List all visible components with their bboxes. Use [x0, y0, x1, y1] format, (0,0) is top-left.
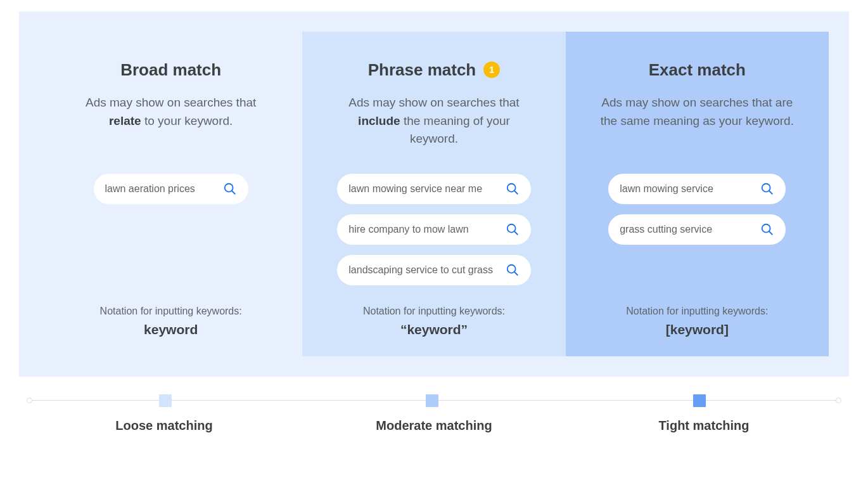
card-title-row: Exact match	[649, 57, 746, 82]
notation-label: Notation for inputting keywords:	[363, 306, 505, 317]
scale-endcap-left	[27, 398, 32, 403]
search-example: lawn mowing service	[608, 174, 786, 204]
desc-pre: Ads may show on searches that are the sa…	[601, 96, 794, 127]
svg-line-7	[514, 272, 518, 276]
scale-marker-loose	[159, 394, 172, 407]
search-example-text: lawn aeration prices	[105, 183, 195, 195]
search-icon	[506, 223, 520, 236]
notation-value: [keyword]	[666, 322, 729, 337]
examples-list: lawn aeration prices	[57, 174, 284, 294]
search-example: lawn mowing service near me	[337, 174, 530, 204]
search-example-text: landscaping service to cut grass	[348, 264, 493, 276]
card-exact-match: Exact match Ads may show on searches tha…	[566, 32, 829, 356]
scale-label-tight: Tight matching	[569, 418, 839, 433]
examples-list: lawn mowing service near me hire company…	[320, 174, 547, 294]
svg-line-5	[514, 231, 518, 235]
scale-bar: Loose matching Moderate matching Tight m…	[19, 377, 849, 433]
search-icon	[506, 182, 520, 196]
cards-container: Broad match Ads may show on searches tha…	[19, 11, 849, 377]
search-example: hire company to mow lawn	[337, 214, 530, 245]
search-example: lawn aeration prices	[94, 174, 248, 204]
desc-post: the meaning of your keyword.	[400, 114, 510, 146]
svg-point-0	[225, 184, 233, 192]
svg-point-4	[507, 224, 515, 233]
card-description: Ads may show on searches that include th…	[333, 94, 535, 151]
notation-value: “keyword”	[400, 322, 468, 337]
card-description: Ads may show on searches that are the sa…	[596, 94, 798, 151]
card-broad-match: Broad match Ads may show on searches tha…	[39, 32, 302, 356]
search-example-text: lawn mowing service	[620, 183, 713, 195]
desc-post: to your keyword.	[141, 114, 233, 127]
card-description: Ads may show on searches that relate to …	[70, 94, 272, 151]
svg-line-11	[769, 231, 773, 235]
search-icon	[223, 182, 237, 196]
search-icon	[506, 263, 520, 277]
notation-label: Notation for inputting keywords:	[100, 306, 242, 317]
svg-point-2	[507, 184, 515, 192]
badge-icon: 1	[483, 62, 500, 78]
svg-point-10	[762, 224, 770, 233]
desc-bold: include	[358, 114, 400, 127]
scale-labels: Loose matching Moderate matching Tight m…	[29, 418, 839, 433]
card-title-row: Broad match	[120, 57, 221, 82]
notation-value: keyword	[144, 322, 198, 337]
notation-label: Notation for inputting keywords:	[626, 306, 768, 317]
svg-line-1	[232, 191, 236, 195]
svg-point-6	[507, 265, 515, 273]
svg-line-9	[769, 191, 773, 195]
card-title-row: Phrase match 1	[368, 57, 501, 82]
desc-pre: Ads may show on searches that	[86, 96, 256, 109]
diagram-root: Broad match Ads may show on searches tha…	[0, 0, 868, 433]
search-example-text: grass cutting service	[620, 224, 712, 235]
svg-line-3	[514, 191, 518, 195]
scale-endcap-right	[836, 398, 841, 403]
scale-marker-tight	[693, 394, 706, 407]
search-icon	[760, 182, 774, 196]
search-example-text: lawn mowing service near me	[348, 183, 482, 195]
card-title: Exact match	[649, 60, 746, 80]
search-example-text: hire company to mow lawn	[348, 224, 468, 235]
scale-label-moderate: Moderate matching	[299, 418, 569, 433]
scale-marker-moderate	[426, 394, 438, 407]
scale-line	[29, 394, 839, 407]
search-example: grass cutting service	[608, 214, 786, 245]
desc-pre: Ads may show on searches that	[348, 96, 519, 109]
card-title: Phrase match	[368, 60, 476, 80]
examples-list: lawn mowing service grass cutting servic…	[584, 174, 811, 294]
svg-point-8	[762, 184, 770, 192]
card-title: Broad match	[120, 60, 221, 80]
search-example: landscaping service to cut grass	[337, 255, 530, 285]
card-phrase-match: Phrase match 1 Ads may show on searches …	[302, 32, 565, 356]
desc-bold: relate	[109, 114, 141, 127]
scale-label-loose: Loose matching	[29, 418, 299, 433]
search-icon	[760, 223, 774, 236]
